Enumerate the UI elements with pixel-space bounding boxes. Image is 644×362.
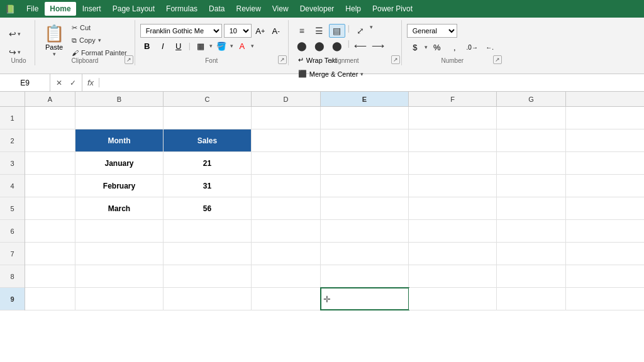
cell-f8[interactable]	[409, 265, 497, 287]
cell-d3[interactable]	[252, 152, 321, 174]
cell-e7[interactable]	[321, 243, 409, 265]
cell-b7[interactable]	[75, 243, 164, 265]
menu-power-pivot[interactable]: Power Pivot	[367, 2, 418, 16]
row-num-9[interactable]: 9	[0, 288, 25, 310]
cell-d1[interactable]	[252, 107, 321, 129]
cell-a4[interactable]	[25, 175, 75, 197]
angle-dropdown[interactable]: ▾	[370, 24, 373, 38]
cell-g4[interactable]	[497, 175, 566, 197]
cell-e2[interactable]	[321, 129, 409, 151]
align-top-left-button[interactable]: ≡	[294, 24, 310, 38]
cell-b1[interactable]	[75, 107, 164, 129]
col-header-g[interactable]: G	[497, 92, 566, 106]
cell-d4[interactable]	[252, 175, 321, 197]
angle-text-button[interactable]: ⤢	[352, 24, 369, 38]
comma-button[interactable]: ,	[447, 40, 463, 54]
cell-e3[interactable]	[321, 152, 409, 174]
undo-dropdown[interactable]: ▾	[18, 31, 21, 37]
cell-a2[interactable]	[25, 129, 75, 151]
cell-g5[interactable]	[497, 197, 566, 219]
cell-b8[interactable]	[75, 265, 164, 287]
cell-c7[interactable]	[164, 243, 252, 265]
col-header-b[interactable]: B	[75, 92, 164, 106]
row-num-1[interactable]: 1	[0, 107, 25, 129]
col-header-c[interactable]: C	[164, 92, 252, 106]
row-num-6[interactable]: 6	[0, 220, 25, 243]
fill-color-button[interactable]: 🪣	[214, 39, 228, 53]
cell-f7[interactable]	[409, 243, 497, 265]
align-center-button[interactable]: ⬤	[311, 39, 328, 53]
cell-c6[interactable]	[164, 220, 252, 242]
cell-b5[interactable]: March	[75, 197, 164, 219]
cell-g8[interactable]	[497, 265, 566, 287]
menu-formulas[interactable]: Formulas	[161, 2, 203, 16]
col-header-f[interactable]: F	[409, 92, 497, 106]
menu-insert[interactable]: Insert	[77, 2, 106, 16]
cell-d5[interactable]	[252, 197, 321, 219]
format-painter-button[interactable]: 🖌 Format Painter	[69, 48, 130, 58]
percent-button[interactable]: %	[429, 40, 445, 54]
align-top-right-button[interactable]: ▤	[329, 24, 345, 38]
align-left-button[interactable]: ⬤	[294, 39, 310, 53]
cell-g6[interactable]	[497, 220, 566, 242]
row-num-4[interactable]: 4	[0, 175, 25, 197]
align-top-center-button[interactable]: ☰	[311, 24, 328, 38]
cancel-formula-button[interactable]: ✕	[53, 77, 65, 89]
cell-c3[interactable]: 21	[164, 152, 252, 174]
col-header-d[interactable]: D	[252, 92, 321, 106]
cell-c1[interactable]	[164, 107, 252, 129]
menu-review[interactable]: Review	[231, 2, 265, 16]
formula-input[interactable]	[99, 74, 644, 91]
italic-button[interactable]: I	[156, 39, 170, 53]
cell-a9[interactable]	[25, 288, 75, 310]
align-right-button[interactable]: ⬤	[329, 39, 345, 53]
cell-a8[interactable]	[25, 265, 75, 287]
cell-g9[interactable]	[497, 288, 566, 310]
cell-g7[interactable]	[497, 243, 566, 265]
col-header-a[interactable]: A	[25, 92, 75, 106]
cell-b9[interactable]	[75, 288, 164, 310]
cell-g1[interactable]	[497, 107, 566, 129]
number-expand-button[interactable]: ↗	[493, 55, 502, 64]
row-num-2[interactable]: 2	[0, 129, 25, 152]
row-num-7[interactable]: 7	[0, 243, 25, 265]
menu-page-layout[interactable]: Page Layout	[108, 2, 160, 16]
menu-data[interactable]: Data	[204, 2, 230, 16]
cell-a7[interactable]	[25, 243, 75, 265]
cell-c4[interactable]: 31	[164, 175, 252, 197]
currency-button[interactable]: $	[407, 40, 423, 54]
currency-dropdown[interactable]: ▾	[425, 44, 428, 50]
decimal-increase-button[interactable]: .0→	[464, 40, 480, 54]
borders-button[interactable]: ▦	[194, 39, 208, 53]
borders-dropdown[interactable]: ▾	[209, 43, 213, 49]
cell-b4[interactable]: February	[75, 175, 164, 197]
merge-center-button[interactable]: ⬛ Merge & Center ▾	[294, 68, 369, 80]
cell-d2[interactable]	[252, 129, 321, 151]
paste-button[interactable]: 📋 Paste ▾	[40, 21, 68, 59]
redo-dropdown[interactable]: ▾	[18, 49, 21, 55]
cell-d6[interactable]	[252, 220, 321, 242]
alignment-expand-button[interactable]: ↗	[391, 55, 400, 64]
cell-b3[interactable]: January	[75, 152, 164, 174]
cell-g2[interactable]	[497, 129, 566, 151]
copy-dropdown[interactable]: ▾	[98, 37, 101, 43]
cell-d9[interactable]	[252, 288, 321, 310]
name-box[interactable]	[0, 74, 50, 91]
font-name-select[interactable]: Franklin Gothic Me	[140, 24, 222, 38]
cell-e1[interactable]	[321, 107, 409, 129]
copy-button[interactable]: ⧉ Copy ▾	[69, 35, 130, 46]
cell-c2[interactable]: Sales	[164, 129, 252, 151]
increase-font-button[interactable]: A+	[253, 24, 267, 38]
cell-f2[interactable]	[409, 129, 497, 151]
cell-f1[interactable]	[409, 107, 497, 129]
cell-a6[interactable]	[25, 220, 75, 242]
menu-home[interactable]: Home	[45, 2, 75, 16]
cell-c8[interactable]	[164, 265, 252, 287]
indent-decrease-button[interactable]: ⟵	[352, 39, 369, 53]
underline-button[interactable]: U	[172, 39, 186, 53]
cell-c5[interactable]: 56	[164, 197, 252, 219]
cell-f3[interactable]	[409, 152, 497, 174]
font-expand-button[interactable]: ↗	[278, 55, 287, 64]
cell-b2[interactable]: Month	[75, 129, 164, 151]
menu-developer[interactable]: Developer	[295, 2, 340, 16]
